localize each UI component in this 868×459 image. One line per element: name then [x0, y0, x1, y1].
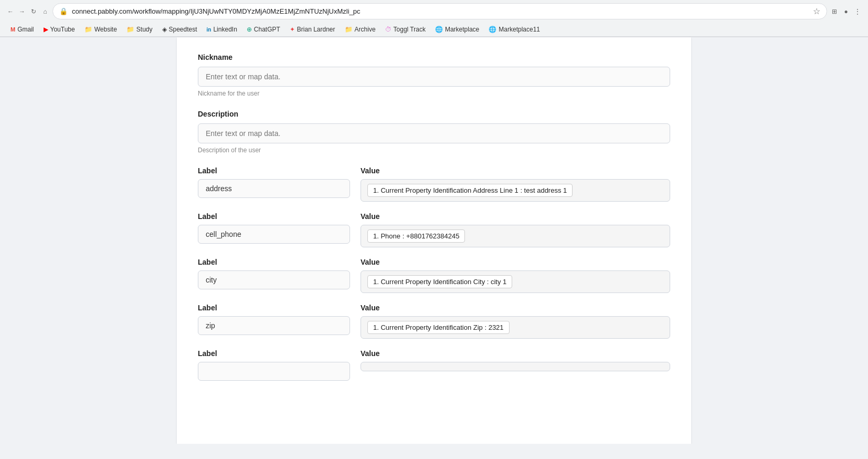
folder-icon-website: 📁 — [84, 26, 92, 33]
bookmark-website-label: Website — [94, 26, 117, 33]
value-chip-2: 1. Current Property Identification City … — [367, 275, 512, 288]
description-input[interactable] — [198, 123, 670, 143]
bookmark-study-label: Study — [136, 26, 153, 33]
lock-icon: 🔒 — [59, 7, 68, 15]
bookmark-speedtest-label: Speedtest — [169, 26, 197, 33]
value-display-0: 1. Current Property Identification Addre… — [361, 179, 670, 202]
extensions-button[interactable]: ⊞ — [830, 7, 839, 16]
bookmark-gmail-label: Gmail — [17, 26, 34, 33]
value-col-2: Value 1. Current Property Identification… — [361, 258, 670, 293]
value-display-2: 1. Current Property Identification City … — [361, 270, 670, 293]
value-chip-1: 1. Phone : +8801762384245 — [367, 230, 465, 243]
label-col-2: Label — [198, 258, 350, 289]
nickname-hint: Nickname for the user — [198, 90, 670, 97]
home-button[interactable]: ⌂ — [41, 7, 49, 16]
label-value-row-2: Label Value 1. Current Property Identifi… — [198, 258, 670, 293]
bookmark-speedtest[interactable]: ◈ Speedtest — [158, 25, 202, 34]
value-display-4 — [361, 362, 670, 371]
bookmark-star-icon[interactable]: ☆ — [813, 6, 820, 16]
bookmark-marketplace[interactable]: 🌐 Marketplace — [431, 25, 483, 34]
value-heading-3: Value — [361, 304, 670, 312]
bookmark-youtube[interactable]: ▶ YouTube — [39, 25, 79, 34]
form-panel: Nickname Nickname for the user Descripti… — [177, 37, 691, 444]
value-chip-3: 1. Current Property Identification Zip :… — [367, 321, 510, 334]
bookmark-gmail[interactable]: M Gmail — [6, 25, 38, 34]
forward-button[interactable]: → — [18, 7, 26, 16]
value-col-1: Value 1. Phone : +8801762384245 — [361, 212, 670, 247]
bookmark-marketplace-label: Marketplace — [445, 26, 479, 33]
page-content: Nickname Nickname for the user Descripti… — [0, 37, 868, 444]
description-group: Description Description of the user — [198, 110, 670, 154]
bookmark-website[interactable]: 📁 Website — [80, 25, 121, 34]
bookmarks-bar: M Gmail ▶ YouTube 📁 Website 📁 Study ◈ Sp… — [0, 23, 868, 37]
youtube-icon: ▶ — [44, 26, 48, 33]
bookmark-chatgpt-label: ChatGPT — [254, 26, 280, 33]
back-button[interactable]: ← — [6, 7, 15, 16]
value-col-4: Value — [361, 349, 670, 371]
label-value-row-0: Label Value 1. Current Property Identifi… — [198, 166, 670, 202]
value-display-1: 1. Phone : +8801762384245 — [361, 225, 670, 247]
value-col-0: Value 1. Current Property Identification… — [361, 166, 670, 202]
label-value-row-4: Label Value — [198, 349, 670, 381]
value-heading-0: Value — [361, 166, 670, 175]
label-col-0: Label — [198, 166, 350, 198]
marketplace-icon: 🌐 — [435, 26, 443, 33]
label-col-4: Label — [198, 349, 350, 381]
reload-button[interactable]: ↻ — [29, 7, 38, 16]
bookmark-archive-label: Archive — [355, 26, 376, 33]
nickname-input[interactable] — [198, 67, 670, 87]
value-display-3: 1. Current Property Identification Zip :… — [361, 316, 670, 339]
marketplace11-icon: 🌐 — [489, 26, 496, 33]
bookmark-toggltrack[interactable]: ⏱ Toggl Track — [381, 25, 430, 34]
bookmark-study[interactable]: 📁 Study — [122, 25, 157, 34]
description-heading: Description — [198, 110, 670, 118]
label-col-3: Label — [198, 304, 350, 335]
label-input-0[interactable] — [198, 179, 350, 198]
label-heading-2: Label — [198, 258, 350, 266]
value-chip-0: 1. Current Property Identification Addre… — [367, 184, 573, 197]
label-heading-0: Label — [198, 166, 350, 175]
bookmark-marketplace11-label: Marketplace11 — [499, 26, 540, 33]
speedtest-icon: ◈ — [162, 26, 167, 33]
label-value-row-1: Label Value 1. Phone : +8801762384245 — [198, 212, 670, 247]
gmail-icon: M — [10, 26, 15, 33]
nickname-group: Nickname Nickname for the user — [198, 53, 670, 97]
label-input-1[interactable] — [198, 225, 350, 244]
browser-controls: ← → ↻ ⌂ 🔒 connect.pabbly.com/workflow/ma… — [0, 0, 868, 23]
url-text: connect.pabbly.com/workflow/mapping/IjU3… — [72, 7, 809, 15]
bookmark-linkedin[interactable]: in LinkedIn — [203, 25, 241, 34]
folder-icon-archive: 📁 — [345, 26, 353, 33]
bookmark-chatgpt[interactable]: ⊕ ChatGPT — [242, 25, 284, 34]
linkedin-icon: in — [207, 27, 211, 33]
nickname-heading: Nickname — [198, 53, 670, 61]
folder-icon-study: 📁 — [126, 26, 134, 33]
label-heading-1: Label — [198, 212, 350, 221]
brianlardner-icon: ✦ — [290, 26, 295, 33]
value-col-3: Value 1. Current Property Identification… — [361, 304, 670, 339]
bookmark-archive[interactable]: 📁 Archive — [341, 25, 380, 34]
label-input-3[interactable] — [198, 316, 350, 335]
bookmark-brianlardner-label: Brian Lardner — [297, 26, 335, 33]
chatgpt-icon: ⊕ — [247, 26, 252, 33]
toggl-icon: ⏱ — [385, 26, 391, 33]
bookmark-youtube-label: YouTube — [50, 26, 75, 33]
label-value-row-3: Label Value 1. Current Property Identifi… — [198, 304, 670, 339]
bookmark-linkedin-label: LinkedIn — [213, 26, 237, 33]
label-input-2[interactable] — [198, 270, 350, 289]
value-heading-2: Value — [361, 258, 670, 266]
menu-button[interactable]: ⋮ — [853, 7, 862, 16]
label-input-4[interactable] — [198, 362, 350, 381]
label-col-1: Label — [198, 212, 350, 244]
value-heading-4: Value — [361, 349, 670, 358]
label-heading-4: Label — [198, 349, 350, 358]
profile-button[interactable]: ● — [842, 7, 850, 16]
value-heading-1: Value — [361, 212, 670, 221]
bookmark-brianlardner[interactable]: ✦ Brian Lardner — [285, 25, 340, 34]
bookmark-marketplace11[interactable]: 🌐 Marketplace11 — [484, 25, 544, 34]
description-hint: Description of the user — [198, 147, 670, 154]
address-bar[interactable]: 🔒 connect.pabbly.com/workflow/mapping/Ij… — [52, 3, 827, 19]
label-heading-3: Label — [198, 304, 350, 312]
label-value-rows: Label Value 1. Current Property Identifi… — [198, 166, 670, 381]
browser-chrome: ← → ↻ ⌂ 🔒 connect.pabbly.com/workflow/ma… — [0, 0, 868, 37]
bookmark-toggltrack-label: Toggl Track — [394, 26, 426, 33]
